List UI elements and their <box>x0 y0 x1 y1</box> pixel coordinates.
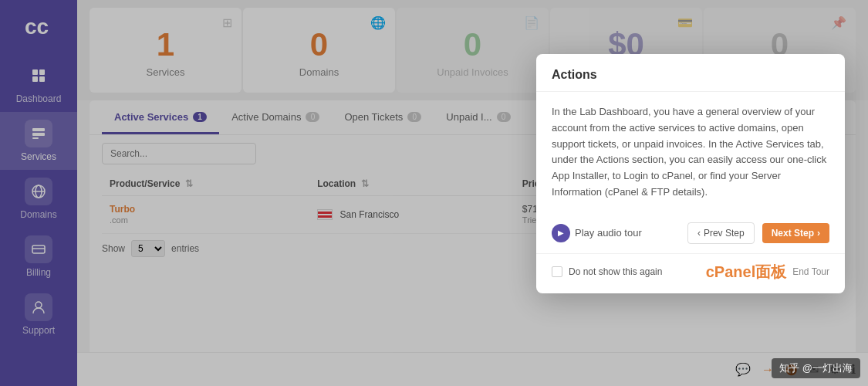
watermark-text: 知乎 @一灯出海 <box>779 362 853 374</box>
modal-overlay[interactable]: Actions In the Lab Dashboard, you have a… <box>0 0 868 386</box>
actions-modal: Actions In the Lab Dashboard, you have a… <box>536 54 845 293</box>
dont-show-checkbox[interactable] <box>552 266 562 277</box>
play-label: Play audio tour <box>575 227 642 239</box>
modal-footer: Do not show this again cPanel面板 End Tour <box>536 253 845 293</box>
play-audio-button[interactable]: ▶ Play audio tour <box>552 224 642 242</box>
next-chevron-icon: › <box>817 228 820 239</box>
prev-label: Prev Step <box>704 228 745 239</box>
prev-chevron-icon: ‹ <box>697 228 701 239</box>
prev-step-button[interactable]: ‹ Prev Step <box>687 222 755 244</box>
modal-actions: ▶ Play audio tour ‹ Prev Step Next Step … <box>536 213 845 253</box>
modal-body: In the Lab Dashboard, you have a general… <box>536 92 845 213</box>
cpanel-label: cPanel面板 <box>706 262 786 283</box>
next-step-button[interactable]: Next Step › <box>762 223 829 243</box>
modal-title: Actions <box>536 54 845 92</box>
end-tour-button[interactable]: End Tour <box>792 266 829 277</box>
watermark: 知乎 @一灯出海 <box>772 358 860 378</box>
play-icon: ▶ <box>552 224 570 242</box>
next-label: Next Step <box>772 228 814 239</box>
dont-show-label: Do not show this again <box>569 266 662 277</box>
